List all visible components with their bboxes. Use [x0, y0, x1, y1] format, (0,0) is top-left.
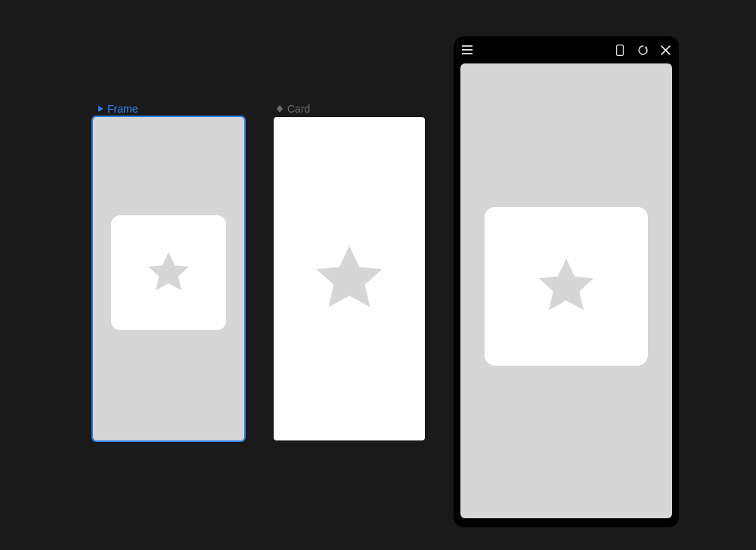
artboard-card-title: Card [287, 103, 310, 115]
artboard-label-frame[interactable]: Frame [97, 103, 138, 115]
svg-rect-1 [462, 49, 472, 51]
close-icon [661, 45, 671, 55]
svg-rect-2 [462, 53, 472, 54]
artboard-frame[interactable] [93, 117, 244, 440]
component-icon [275, 104, 284, 113]
star-icon [308, 237, 391, 320]
svg-rect-3 [617, 45, 624, 55]
preview-inner-card[interactable] [485, 207, 648, 366]
artboard-card[interactable] [274, 117, 425, 440]
menu-button[interactable] [461, 44, 473, 56]
hamburger-icon [462, 45, 472, 54]
play-icon [97, 105, 104, 113]
close-button[interactable] [659, 44, 671, 56]
svg-rect-0 [462, 45, 472, 47]
device-button[interactable] [614, 44, 626, 56]
preview-window [454, 36, 679, 527]
restart-button[interactable] [637, 44, 649, 56]
star-icon [143, 247, 194, 298]
preview-toolbar [454, 36, 679, 63]
preview-viewport[interactable] [460, 63, 672, 518]
device-icon [616, 45, 624, 56]
star-icon [531, 252, 601, 321]
artboard-label-card[interactable]: Card [275, 103, 310, 115]
restart-icon [637, 45, 649, 56]
frame-inner-card[interactable] [111, 215, 226, 330]
artboard-frame-title: Frame [107, 103, 138, 115]
